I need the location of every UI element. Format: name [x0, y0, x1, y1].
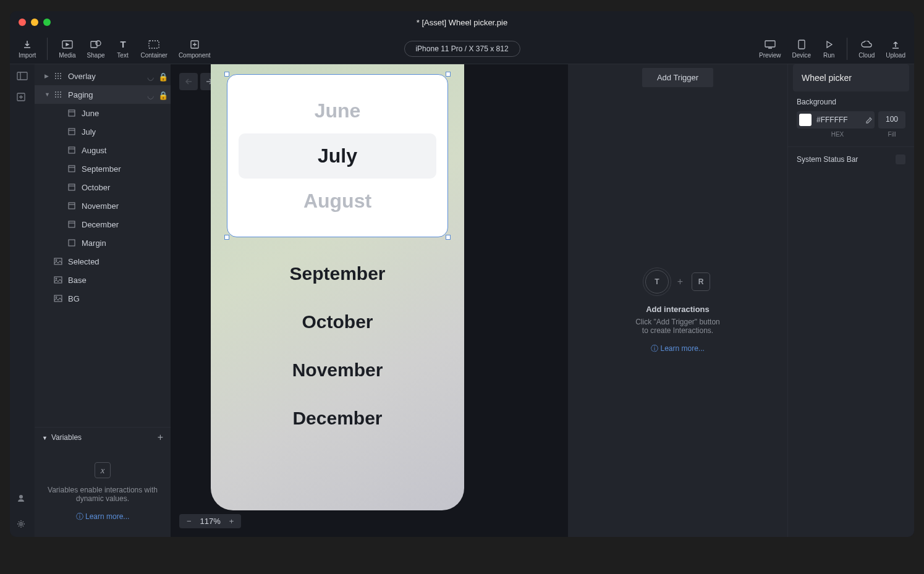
- close-window-button[interactable]: [19, 19, 26, 26]
- add-variable-button[interactable]: +: [158, 432, 163, 443]
- variables-title: Variables: [51, 433, 82, 442]
- layer-label: December: [82, 220, 119, 229]
- month-december[interactable]: December: [292, 394, 382, 442]
- visibility-icon[interactable]: ◡: [147, 91, 155, 98]
- layer-overlay[interactable]: ▶ Overlay ◡🔒: [35, 67, 171, 85]
- color-swatch[interactable]: [799, 114, 812, 126]
- layers-tree: ▶ Overlay ◡🔒 ▼ Paging ◡🔒 June July Augus…: [35, 64, 171, 427]
- month-october[interactable]: October: [302, 298, 373, 346]
- hex-value[interactable]: #FFFFFF: [816, 116, 860, 124]
- panels-icon[interactable]: [17, 72, 28, 83]
- lock-icon[interactable]: 🔒: [158, 91, 166, 98]
- layer-september[interactable]: September: [35, 159, 171, 178]
- layer-label: Selected: [68, 257, 100, 266]
- minimize-window-button[interactable]: [31, 19, 38, 26]
- layer-paging[interactable]: ▼ Paging ◡🔒: [35, 85, 171, 104]
- device-button[interactable]: Device: [792, 38, 812, 59]
- learn-more-link[interactable]: ⓘ Learn more...: [651, 344, 705, 354]
- zoom-out-button[interactable]: −: [184, 517, 194, 526]
- eyedropper-icon[interactable]: [865, 116, 872, 124]
- layer-margin[interactable]: Margin: [35, 234, 171, 252]
- background-section: Background #FFFFFF 100 HEX Fill: [788, 98, 914, 146]
- wheel-picker-card[interactable]: June July August: [227, 74, 448, 237]
- preview-button[interactable]: Preview: [759, 38, 781, 59]
- image-icon: [53, 275, 63, 285]
- month-august[interactable]: August: [239, 179, 436, 224]
- image-icon: [53, 293, 63, 303]
- layer-june[interactable]: June: [35, 104, 171, 122]
- back-button[interactable]: [179, 73, 198, 90]
- selection-handle[interactable]: [446, 235, 451, 240]
- svg-point-11: [20, 523, 22, 525]
- selection-handle[interactable]: [224, 72, 229, 77]
- lock-icon[interactable]: 🔒: [158, 72, 166, 80]
- play-icon: [822, 38, 836, 51]
- import-button[interactable]: Import: [19, 38, 36, 59]
- container-icon: [147, 38, 161, 51]
- artboard[interactable]: June July August September October Novem…: [211, 64, 464, 510]
- layer-bg[interactable]: BG: [35, 289, 171, 308]
- collapse-icon[interactable]: ▼: [45, 91, 53, 98]
- svg-point-26: [60, 94, 61, 95]
- svg-point-10: [19, 495, 23, 499]
- container-button[interactable]: Container: [141, 38, 167, 59]
- selection-handle[interactable]: [224, 235, 229, 240]
- cloud-icon: [860, 38, 873, 51]
- svg-point-2: [96, 41, 101, 46]
- layer-december[interactable]: December: [35, 215, 171, 234]
- text-button[interactable]: T Text: [116, 38, 130, 59]
- settings-icon[interactable]: [17, 520, 28, 531]
- color-input[interactable]: #FFFFFF: [797, 111, 875, 129]
- month-september[interactable]: September: [289, 250, 385, 298]
- status-bar-row: System Status Bar: [788, 146, 914, 172]
- shape-button[interactable]: Shape: [87, 38, 105, 59]
- layers-panel: ▶ Overlay ◡🔒 ▼ Paging ◡🔒 June July Augus…: [35, 64, 171, 537]
- svg-rect-35: [69, 203, 75, 209]
- svg-point-14: [60, 73, 61, 74]
- trigger-icon: T: [645, 270, 669, 293]
- run-button[interactable]: Run: [822, 38, 836, 59]
- selection-handle[interactable]: [446, 72, 451, 77]
- add-page-icon[interactable]: [17, 93, 28, 104]
- fill-input[interactable]: 100: [878, 111, 905, 129]
- status-bar-checkbox[interactable]: [896, 154, 905, 164]
- add-trigger-button[interactable]: Add Trigger: [642, 68, 713, 87]
- upload-button[interactable]: Upload: [886, 38, 905, 59]
- maximize-window-button[interactable]: [43, 19, 51, 26]
- layer-selected[interactable]: Selected: [35, 252, 171, 271]
- month-november[interactable]: November: [292, 346, 383, 394]
- layer-label: July: [82, 127, 96, 137]
- svg-rect-6: [765, 41, 775, 47]
- cloud-button[interactable]: Cloud: [858, 38, 875, 59]
- user-icon[interactable]: [17, 494, 28, 505]
- month-july-selected[interactable]: July: [239, 133, 436, 179]
- layer-label: November: [82, 201, 119, 211]
- frame-icon: [67, 108, 77, 118]
- grid-icon: [53, 71, 63, 81]
- svg-rect-7: [799, 40, 805, 49]
- variables-empty: x Variables enable interactions with dyn…: [35, 447, 171, 537]
- layer-label: August: [82, 146, 106, 155]
- svg-point-39: [56, 260, 57, 261]
- layer-base[interactable]: Base: [35, 271, 171, 289]
- zoom-in-button[interactable]: +: [227, 517, 237, 526]
- visibility-icon[interactable]: ◡: [147, 72, 155, 80]
- expand-icon[interactable]: ▶: [45, 73, 53, 79]
- month-june[interactable]: June: [239, 88, 436, 133]
- layer-november[interactable]: November: [35, 196, 171, 215]
- svg-rect-8: [17, 72, 27, 80]
- layer-july[interactable]: July: [35, 122, 171, 141]
- variables-header[interactable]: ▼Variables +: [35, 428, 171, 447]
- divider: [847, 38, 847, 60]
- component-button[interactable]: Component: [179, 38, 211, 59]
- svg-point-12: [55, 73, 56, 74]
- layer-august[interactable]: August: [35, 141, 171, 159]
- canvas[interactable]: June July August September October Novem…: [171, 64, 568, 537]
- media-button[interactable]: Media: [59, 38, 75, 59]
- layer-october[interactable]: October: [35, 178, 171, 196]
- svg-point-13: [57, 73, 59, 74]
- left-rail: [10, 64, 35, 537]
- zoom-value[interactable]: 117%: [200, 517, 221, 526]
- device-selector[interactable]: iPhone 11 Pro / X 375 x 812: [404, 41, 520, 57]
- learn-more-link[interactable]: ⓘ Learn more...: [76, 512, 130, 522]
